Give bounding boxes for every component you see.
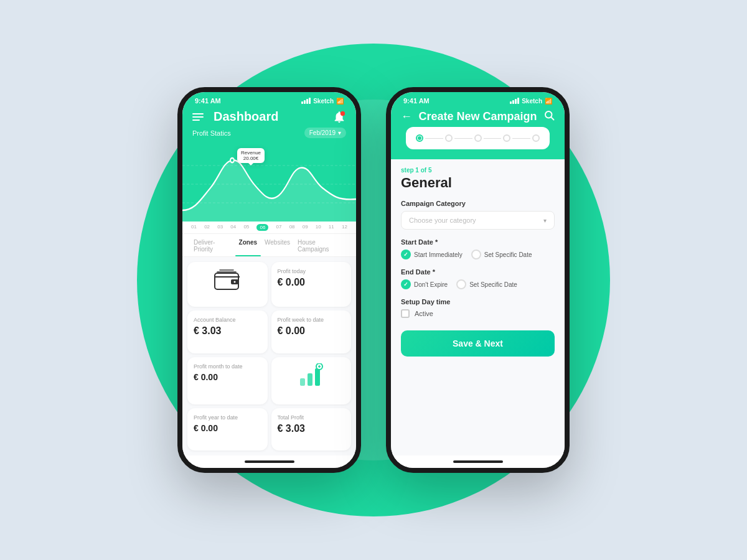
- status-time-1: 9:41 AM: [195, 97, 221, 105]
- set-specific-start-radio[interactable]: [471, 250, 481, 259]
- start-immediately-label: Start Immediately: [414, 251, 463, 258]
- nav-bar: ← Create New Campaign: [401, 110, 555, 123]
- set-specific-start-option[interactable]: Set Specific Date: [471, 250, 532, 259]
- chart-svg: [182, 147, 356, 222]
- profit-today-label: Profit today: [278, 268, 345, 274]
- tab-house-campaigns[interactable]: House Campaigns: [294, 239, 349, 256]
- step-line-1: [425, 138, 443, 139]
- status-bar-1: 9:41 AM Sketch 📶: [182, 92, 356, 107]
- svg-point-0: [341, 111, 345, 115]
- dashboard-header: Dashboard Profit Statics Feb/2019 ▾: [182, 107, 356, 147]
- step-line-4: [512, 138, 530, 139]
- month-04: 04: [230, 224, 236, 231]
- month-11: 11: [329, 224, 334, 231]
- wallet-icon-area: [194, 268, 261, 291]
- svg-rect-13: [315, 368, 320, 386]
- month-01: 01: [191, 224, 197, 231]
- title-row: Dashboard: [192, 110, 346, 124]
- start-date-options: Start Immediately Set Specific Date: [401, 250, 555, 259]
- dont-expire-option[interactable]: Don't Expire: [401, 279, 448, 289]
- category-dropdown[interactable]: Choose your category ▾: [401, 211, 555, 230]
- dropdown-icon: ▾: [338, 129, 341, 136]
- steps-container: [391, 131, 565, 159]
- wallet-card: [187, 262, 268, 307]
- end-date-label: End Date *: [401, 268, 555, 276]
- month-02: 02: [204, 224, 210, 231]
- set-specific-start-label: Set Specific Date: [484, 251, 532, 258]
- svg-point-5: [231, 159, 233, 162]
- chart-icon-card: [271, 357, 352, 404]
- step-label: step 1 of 5: [401, 167, 555, 174]
- bar-chart-icon: [298, 363, 325, 388]
- profit-statics-row: Profit Statics Feb/2019 ▾: [192, 128, 346, 138]
- profit-month-value: € 0.00: [194, 372, 261, 382]
- date-selector[interactable]: Feb/2019 ▾: [304, 128, 346, 138]
- svg-rect-12: [308, 373, 312, 386]
- step-5: [532, 134, 540, 142]
- step-line-3: [484, 138, 502, 139]
- save-next-button[interactable]: Save & Next: [401, 330, 555, 357]
- home-bar-2: [453, 460, 503, 463]
- phone-dashboard: 9:41 AM Sketch 📶 Dashboard: [177, 87, 361, 473]
- tooltip-label: Revenue: [241, 150, 261, 156]
- setup-daytime-label: Setup Day time: [401, 298, 555, 306]
- wifi-icon-2: 📶: [545, 98, 552, 105]
- start-immediately-option[interactable]: Start Immediately: [401, 250, 463, 259]
- svg-rect-11: [300, 378, 305, 386]
- step-3: [474, 134, 482, 142]
- month-08: 08: [289, 224, 295, 231]
- step-4: [503, 134, 510, 142]
- home-bar-area-2: [391, 455, 565, 468]
- step-title: General: [401, 175, 555, 191]
- active-checkbox[interactable]: [401, 309, 410, 318]
- profit-week-card: Profit week to date € 0.00: [271, 310, 352, 353]
- carrier-2: Sketch: [522, 98, 542, 105]
- bell-icon[interactable]: [332, 110, 346, 124]
- phone-campaign: 9:41 AM Sketch 📶 ← Create New Campaign: [386, 87, 570, 473]
- form-area: step 1 of 5 General Campaign Category Ch…: [391, 159, 565, 455]
- month-09: 09: [303, 224, 308, 231]
- total-profit-label: Total Profit: [278, 414, 345, 421]
- search-icon[interactable]: [543, 110, 555, 123]
- tab-deliver-priority[interactable]: Deliver-Priority: [190, 239, 235, 256]
- dont-expire-label: Don't Expire: [414, 281, 448, 288]
- back-button[interactable]: ←: [401, 110, 412, 123]
- profit-year-label: Profit year to date: [194, 414, 261, 421]
- profit-year-value: € 0.00: [194, 423, 261, 433]
- step-1: [416, 134, 423, 142]
- total-profit-value: € 3.03: [278, 423, 345, 434]
- carrier-1: Sketch: [313, 98, 334, 105]
- chart-tooltip: Revenue 20.00€: [237, 148, 265, 163]
- month-06[interactable]: 06: [256, 224, 268, 231]
- status-time-2: 9:41 AM: [403, 97, 430, 105]
- tab-zones[interactable]: Zones: [235, 239, 261, 256]
- menu-icon[interactable]: [192, 113, 204, 121]
- month-labels: 01 02 03 04 05 06 07 08 09 10 11 12: [182, 222, 356, 234]
- profit-today-card: Profit today € 0.00: [271, 262, 352, 307]
- set-specific-end-label: Set Specific Date: [469, 281, 517, 288]
- total-profit-card: Total Profit € 3.03: [271, 408, 352, 450]
- profit-month-label: Profit month to date: [194, 363, 261, 370]
- set-specific-end-option[interactable]: Set Specific Date: [456, 279, 517, 289]
- cards-grid: Profit today € 0.00 Account Balance € 3.…: [182, 257, 356, 455]
- tabs-row: Deliver-Priority Zones Websites House Ca…: [182, 234, 356, 257]
- dropdown-arrow-icon: ▾: [543, 217, 547, 224]
- month-07: 07: [276, 224, 282, 231]
- campaign-category-label: Campaign Category: [401, 200, 555, 207]
- status-right-1: Sketch 📶: [301, 98, 344, 105]
- wifi-icon-1: 📶: [336, 98, 344, 105]
- month-10: 10: [316, 224, 321, 231]
- profit-month-card: Profit month to date € 0.00: [187, 357, 268, 404]
- dont-expire-radio[interactable]: [401, 279, 411, 289]
- profit-week-value: € 0.00: [278, 325, 345, 337]
- start-immediately-radio[interactable]: [401, 250, 411, 259]
- signal-bars-2: [510, 98, 519, 104]
- chart-icon-area: [278, 363, 345, 388]
- active-label: Active: [415, 310, 433, 317]
- signal-bars-1: [301, 98, 311, 104]
- profit-week-label: Profit week to date: [278, 317, 345, 323]
- account-balance-value: € 3.03: [194, 325, 261, 337]
- tab-websites[interactable]: Websites: [261, 239, 294, 256]
- set-specific-end-radio[interactable]: [456, 279, 466, 289]
- category-placeholder: Choose your category: [409, 217, 476, 224]
